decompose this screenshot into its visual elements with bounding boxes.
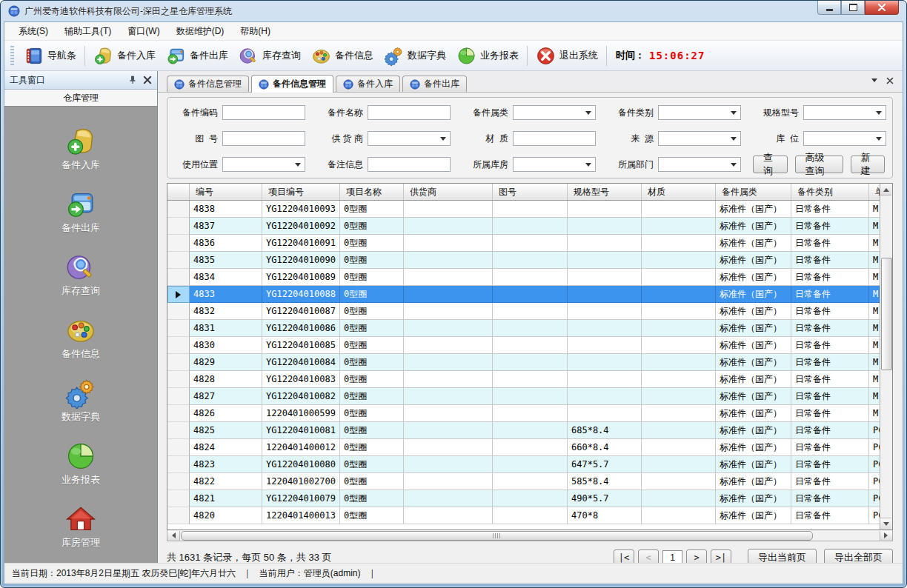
table-row[interactable]: 4829YG122040100840型圈标准件（国产）日常备件M <box>167 354 893 371</box>
table-row[interactable]: 4832YG122040100870型圈标准件（国产）日常备件M <box>167 303 893 320</box>
row-selector-header[interactable] <box>167 184 190 200</box>
toolbar-button[interactable]: 退出系统 <box>531 44 603 68</box>
title-bar[interactable]: 广州爱奇迪软件科技有限公司-深田之星仓库管理系统 <box>1 1 906 21</box>
sidebar-item[interactable]: 库房管理 <box>62 504 100 549</box>
toolbar-button[interactable]: 库存查询 <box>233 44 306 68</box>
row-selector-cell[interactable] <box>167 286 190 303</box>
search-select[interactable] <box>513 157 596 172</box>
table-row[interactable]: 4834YG122040100890型圈标准件（国产）日常备件M <box>167 269 893 286</box>
table-row[interactable]: 4830YG122040100850型圈标准件（国产）日常备件M <box>167 337 893 354</box>
table-row[interactable]: 4827YG122040100820型圈标准件（国产）日常备件M <box>167 388 893 405</box>
row-selector-cell[interactable] <box>167 218 190 235</box>
search-input[interactable] <box>513 131 596 146</box>
row-selector-cell[interactable] <box>167 490 190 507</box>
vertical-scroll-thumb[interactable] <box>881 258 892 370</box>
search-select[interactable] <box>222 157 305 172</box>
sidebar-group-title[interactable]: 仓库管理 <box>4 90 157 107</box>
horizontal-scroll-thumb[interactable] <box>181 531 813 541</box>
row-selector-cell[interactable] <box>167 388 190 405</box>
sidebar-item[interactable]: 备件入库 <box>62 126 100 172</box>
scroll-left-icon[interactable] <box>167 531 180 541</box>
vertical-scrollbar[interactable] <box>880 184 892 529</box>
table-row[interactable]: 4837YG122040100920型圈标准件（国产）日常备件M <box>167 218 893 235</box>
search-select[interactable] <box>368 131 451 146</box>
column-header[interactable]: 供货商 <box>404 184 493 200</box>
scroll-down-icon[interactable] <box>880 518 891 529</box>
search-input[interactable] <box>368 157 451 172</box>
row-selector-cell[interactable] <box>167 405 190 422</box>
sidebar-item[interactable]: 备件出库 <box>62 189 100 235</box>
search-select[interactable] <box>658 131 741 146</box>
sidebar-item[interactable]: 备件信息 <box>62 315 100 361</box>
search-select[interactable] <box>803 105 886 120</box>
row-selector-cell[interactable] <box>167 201 190 218</box>
maximize-button[interactable] <box>841 1 865 15</box>
search-select[interactable] <box>803 131 886 146</box>
search-select[interactable] <box>658 105 741 120</box>
sidebar-item[interactable]: 业务报表 <box>62 441 100 487</box>
row-selector-cell[interactable] <box>167 269 190 286</box>
table-row[interactable]: 482012204014000130型圈470*8标准件（国产）日常备件PC <box>167 507 893 524</box>
row-selector-cell[interactable] <box>167 473 190 490</box>
row-selector-cell[interactable] <box>167 320 190 337</box>
table-row[interactable]: 482612204010005990型圈标准件（国产）日常备件M <box>167 405 893 422</box>
sidebar-item[interactable]: 数据字典 <box>62 378 100 424</box>
row-selector-cell[interactable] <box>167 303 190 320</box>
table-row[interactable]: 4831YG122040100860型圈标准件（国产）日常备件M <box>167 320 893 337</box>
panel-close-icon[interactable] <box>143 76 152 84</box>
table-row[interactable]: 4836YG122040100910型圈标准件（国产）日常备件M <box>167 235 893 252</box>
column-header[interactable]: 规格型号 <box>568 184 642 200</box>
menu-item[interactable]: 辅助工具(T) <box>56 23 119 40</box>
column-header[interactable]: 图号 <box>493 184 568 200</box>
table-row[interactable]: 4823YG122040100800型圈647*5.7标准件（国产）日常备件PC <box>167 456 893 473</box>
toolbar-grip[interactable] <box>10 46 14 65</box>
scroll-right-icon[interactable] <box>880 531 892 541</box>
table-row[interactable]: 482412204014000120型圈660*8.4标准件（国产）日常备件PC <box>167 439 893 456</box>
table-row[interactable]: 4821YG122040100790型圈490*5.7标准件（国产）日常备件PC <box>167 490 893 507</box>
sidebar-item[interactable]: 库存查询 <box>62 252 100 298</box>
menu-item[interactable]: 窗口(W) <box>119 23 167 40</box>
search-input[interactable] <box>368 105 451 120</box>
close-button[interactable] <box>865 1 899 15</box>
row-selector-cell[interactable] <box>167 235 190 252</box>
column-header[interactable]: 项目名称 <box>340 184 404 200</box>
row-selector-cell[interactable] <box>167 439 190 456</box>
row-selector-cell[interactable] <box>167 337 190 354</box>
pin-icon[interactable] <box>128 76 137 84</box>
horizontal-scrollbar[interactable] <box>167 530 893 541</box>
menu-item[interactable]: 数据维护(D) <box>168 23 233 40</box>
toolbar-button[interactable]: 导航条 <box>19 44 82 68</box>
chevron-down-icon[interactable] <box>871 78 877 85</box>
toolbar-button[interactable]: 备件入库 <box>88 44 161 68</box>
minimize-button[interactable] <box>817 1 841 15</box>
row-selector-cell[interactable] <box>167 354 190 371</box>
menu-item[interactable]: 系统(S) <box>10 23 56 40</box>
column-header[interactable]: 备件属类 <box>716 184 791 200</box>
row-selector-cell[interactable] <box>167 507 190 524</box>
tab-1[interactable]: 备件信息管理 <box>167 76 249 92</box>
row-selector-cell[interactable] <box>167 422 190 439</box>
search-select[interactable] <box>513 105 596 120</box>
table-row[interactable]: 4825YG122040100810型圈685*8.4标准件（国产）日常备件PC <box>167 422 893 439</box>
search-input[interactable] <box>222 131 305 146</box>
search-input[interactable] <box>222 105 305 120</box>
column-header[interactable]: 材质 <box>642 184 716 200</box>
column-header[interactable]: 项目编号 <box>262 184 340 200</box>
toolbar-button[interactable]: 业务报表 <box>451 44 524 68</box>
tab-close-icon[interactable] <box>886 77 894 84</box>
column-header[interactable]: 编号 <box>190 184 262 200</box>
table-row[interactable]: 482212204010027000型圈585*8.4标准件（国产）日常备件PC <box>167 473 893 490</box>
table-row[interactable]: 4838YG122040100930型圈标准件（国产）日常备件M <box>167 201 893 218</box>
row-selector-cell[interactable] <box>167 252 190 269</box>
tab-2[interactable]: 备件信息管理 <box>251 75 333 93</box>
advanced-query-button[interactable]: 高级查询 <box>795 156 843 173</box>
toolbar-button[interactable]: 数据字典 <box>379 44 451 68</box>
search-select[interactable] <box>658 157 741 172</box>
table-row[interactable]: 4835YG122040100900型圈标准件（国产）日常备件M <box>167 252 893 269</box>
row-selector-cell[interactable] <box>167 456 190 473</box>
column-header[interactable]: 备件类别 <box>791 184 869 200</box>
menu-item[interactable]: 帮助(H) <box>232 23 279 40</box>
table-row[interactable]: 4833YG122040100880型圈标准件（国产）日常备件M <box>167 286 893 303</box>
new-button[interactable]: 新建 <box>851 156 886 173</box>
tab-3[interactable]: 备件入库 <box>336 76 400 92</box>
